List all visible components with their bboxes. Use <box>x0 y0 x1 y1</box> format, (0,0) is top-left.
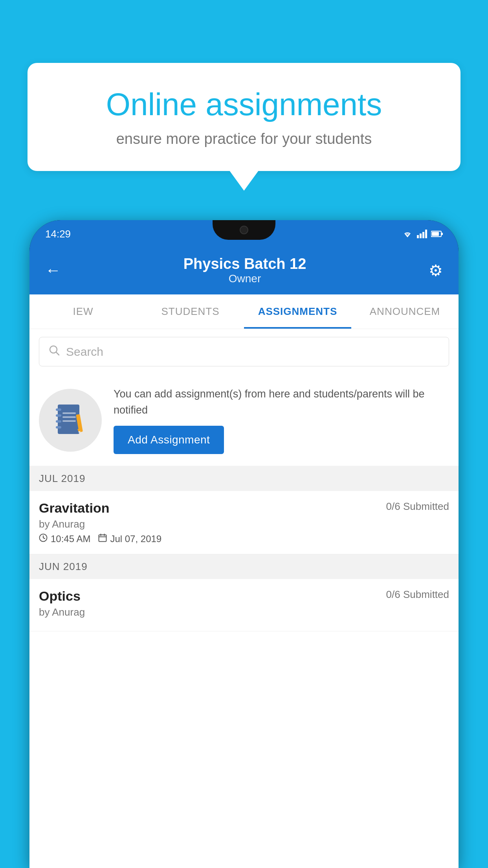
assignment-author-gravitation: by Anurag <box>39 518 449 530</box>
assignment-item-row1-optics: Optics 0/6 Submitted <box>39 588 449 604</box>
assignment-item-row1: Gravitation 0/6 Submitted <box>39 500 449 516</box>
speech-bubble: Online assignments ensure more practice … <box>28 63 460 171</box>
speech-bubble-subtitle: ensure more practice for your students <box>59 131 429 147</box>
tabs-bar: IEW STUDENTS ASSIGNMENTS ANNOUNCEM <box>29 294 459 329</box>
add-assignment-promo: You can add assignment(s) from here and … <box>29 374 459 466</box>
assignment-name-gravitation: Gravitation <box>39 500 109 516</box>
phone-notch <box>213 220 275 240</box>
tab-announcements[interactable]: ANNOUNCEM <box>351 294 459 329</box>
svg-rect-10 <box>56 408 61 411</box>
assignment-submitted-optics: 0/6 Submitted <box>386 588 449 601</box>
svg-rect-15 <box>62 416 76 418</box>
assignment-item-gravitation[interactable]: Gravitation 0/6 Submitted by Anurag 10:4… <box>29 491 459 554</box>
assignment-item-optics[interactable]: Optics 0/6 Submitted by Anurag <box>29 579 459 631</box>
assignment-author-optics: by Anurag <box>39 606 449 618</box>
status-time: 14:29 <box>45 228 71 240</box>
svg-rect-2 <box>422 232 424 238</box>
settings-button[interactable]: ⚙ <box>429 261 443 280</box>
signal-icon <box>417 230 427 238</box>
clock-icon <box>39 533 48 544</box>
svg-rect-23 <box>99 535 106 542</box>
header-subtitle: Owner <box>183 272 306 285</box>
assignment-icon-circle <box>39 389 102 452</box>
svg-rect-5 <box>432 232 439 236</box>
wifi-icon <box>402 230 413 238</box>
assignment-name-optics: Optics <box>39 588 81 604</box>
speech-bubble-container: Online assignments ensure more practice … <box>28 63 460 171</box>
tab-assignments[interactable]: ASSIGNMENTS <box>244 294 351 329</box>
front-camera <box>240 226 248 234</box>
section-header-jun2019: JUN 2019 <box>29 554 459 579</box>
svg-rect-1 <box>420 234 422 238</box>
header-title-area: Physics Batch 12 Owner <box>183 256 306 285</box>
app-header: ← Physics Batch 12 Owner ⚙ <box>29 248 459 294</box>
svg-line-22 <box>43 538 45 539</box>
assignment-submitted-gravitation: 0/6 Submitted <box>386 500 449 513</box>
battery-icon <box>431 230 443 237</box>
svg-rect-13 <box>56 426 61 428</box>
svg-rect-0 <box>417 235 419 238</box>
svg-rect-12 <box>56 420 61 423</box>
add-assignment-description: You can add assignment(s) from here and … <box>114 386 449 418</box>
header-title: Physics Batch 12 <box>183 256 306 272</box>
assignment-meta-gravitation: 10:45 AM Jul 07, 2019 <box>39 533 449 544</box>
tab-iew[interactable]: IEW <box>29 294 137 329</box>
add-assignment-button[interactable]: Add Assignment <box>114 426 224 454</box>
svg-rect-16 <box>62 420 76 422</box>
svg-rect-14 <box>62 412 76 414</box>
search-icon <box>49 344 60 359</box>
search-input-placeholder: Search <box>66 345 103 359</box>
assignment-time-gravitation: 10:45 AM <box>39 533 90 544</box>
search-bar-container: Search <box>29 329 459 374</box>
status-icons <box>402 230 443 238</box>
calendar-icon <box>98 533 107 544</box>
add-assignment-text-area: You can add assignment(s) from here and … <box>114 386 449 454</box>
status-bar: 14:29 <box>29 220 459 248</box>
svg-rect-6 <box>442 233 443 235</box>
section-header-jul2019: JUL 2019 <box>29 466 459 491</box>
phone-content: Search <box>29 329 459 868</box>
search-bar[interactable]: Search <box>39 337 449 366</box>
speech-bubble-title: Online assignments <box>59 86 429 123</box>
back-button[interactable]: ← <box>45 261 61 279</box>
tab-students[interactable]: STUDENTS <box>137 294 244 329</box>
assignment-date-gravitation: Jul 07, 2019 <box>98 533 161 544</box>
svg-rect-3 <box>425 230 427 238</box>
assignment-date-text: Jul 07, 2019 <box>110 533 161 544</box>
svg-rect-11 <box>56 414 61 417</box>
svg-line-8 <box>56 352 59 355</box>
assignment-time-text: 10:45 AM <box>51 533 90 544</box>
notebook-icon <box>55 403 86 438</box>
phone-frame: 14:29 ← Phys <box>29 220 459 868</box>
